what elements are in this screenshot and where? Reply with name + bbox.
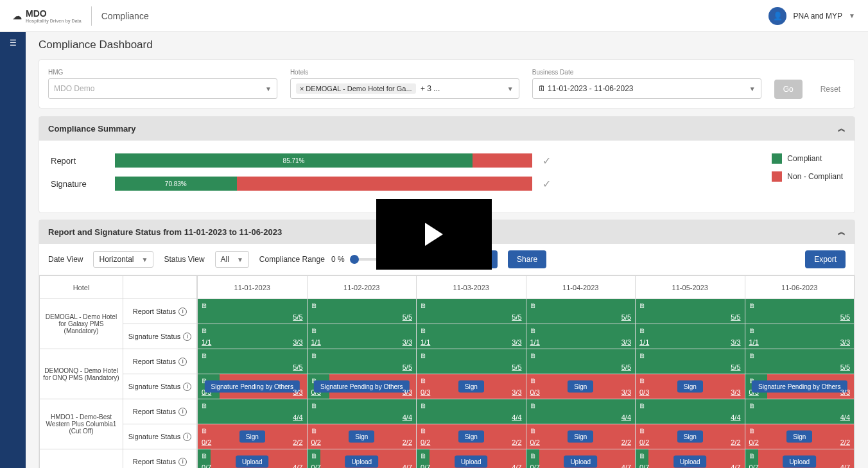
hotels-select[interactable]: × DEMOGAL - Demo Hotel for Ga... + 3 ...… [290, 78, 519, 99]
cell-count[interactable]: 3/3 [293, 338, 302, 346]
status-cell[interactable]: 🗎1/13/3 [417, 324, 526, 349]
left-count[interactable]: 0/2 [202, 438, 211, 446]
status-cell[interactable]: 🗎1/13/3 [636, 324, 745, 349]
left-count[interactable]: 0/7 [639, 464, 649, 468]
status-cell[interactable]: 🗎0/2Sign2/2 [198, 424, 307, 449]
info-icon[interactable]: i [183, 333, 191, 341]
status-cell[interactable]: 🗎5/5 [745, 299, 855, 324]
cell-count[interactable]: 5/5 [621, 313, 631, 321]
cell-count[interactable]: 4/4 [293, 413, 302, 421]
cell-count[interactable]: 5/5 [293, 313, 302, 321]
status-cell[interactable]: 🗎5/5 [198, 299, 307, 324]
cell-count[interactable]: 5/5 [840, 363, 850, 371]
status-cell[interactable]: 🗎4/4 [198, 399, 307, 424]
cell-count[interactable]: 5/5 [403, 313, 412, 321]
cell-count[interactable]: 5/5 [731, 313, 740, 321]
hmg-select[interactable]: MDO Demo ▼ [48, 78, 277, 99]
reset-link[interactable]: Reset [815, 80, 846, 99]
cell-count[interactable]: 4/4 [512, 413, 521, 421]
cell-count[interactable]: 3/3 [621, 338, 631, 346]
status-cell[interactable]: 🗎0/2Sign2/2 [526, 424, 636, 449]
cell-count[interactable]: 4/4 [731, 413, 740, 421]
dateview-select[interactable]: Horizontal▼ [93, 251, 153, 268]
cell-count[interactable]: 4/7 [621, 464, 631, 468]
cell-count[interactable]: 2/2 [512, 438, 521, 446]
status-cell[interactable]: 🗎5/5 [526, 349, 636, 374]
info-icon[interactable]: i [183, 433, 191, 441]
cell-count[interactable]: 4/4 [621, 413, 631, 421]
status-cell[interactable]: 🗎0/7Upload4/7 [417, 449, 526, 468]
status-cell[interactable]: 🗎0/3Sign3/3 [526, 374, 636, 399]
status-cell[interactable]: 🗎1/13/3 [526, 324, 636, 349]
cell-action-button[interactable]: Sign [677, 381, 703, 393]
left-count[interactable]: 0/2 [639, 438, 649, 446]
status-cell[interactable]: 🗎5/5 [636, 349, 745, 374]
cell-count[interactable]: 3/3 [403, 388, 412, 396]
left-count[interactable]: 1/1 [421, 338, 430, 346]
cell-action-button[interactable]: Signature Pending by Others [205, 381, 300, 393]
cell-action-button[interactable]: Sign [786, 431, 812, 443]
go-button[interactable]: Go [774, 80, 803, 99]
status-cell[interactable]: 🗎0/3Signature Pending by Others3/3 [745, 374, 855, 399]
left-count[interactable]: 0/7 [749, 464, 759, 468]
status-cell[interactable]: 🗎4/4 [308, 399, 417, 424]
cell-count[interactable]: 5/5 [512, 313, 521, 321]
cell-count[interactable]: 5/5 [293, 363, 302, 371]
summary-bar[interactable]: 70.83% [115, 177, 532, 191]
left-count[interactable]: 0/2 [749, 438, 759, 446]
left-count[interactable]: 1/1 [639, 338, 649, 346]
left-count[interactable]: 1/1 [530, 338, 540, 346]
left-count[interactable]: 0/7 [202, 464, 211, 468]
status-cell[interactable]: 🗎5/5 [745, 349, 855, 374]
status-cell[interactable]: 🗎5/5 [198, 349, 307, 374]
left-count[interactable]: 1/1 [311, 338, 321, 346]
status-cell[interactable]: 🗎5/5 [526, 299, 636, 324]
status-cell[interactable]: 🗎4/4 [636, 399, 745, 424]
summary-bar[interactable]: 85.71% [115, 153, 532, 168]
status-cell[interactable]: 🗎4/4 [745, 399, 855, 424]
cell-action-button[interactable]: Sign [458, 431, 484, 443]
video-play-overlay[interactable] [376, 199, 492, 270]
cell-count[interactable]: 2/2 [731, 438, 740, 446]
cell-count[interactable]: 3/3 [840, 338, 850, 346]
cell-count[interactable]: 3/3 [403, 338, 412, 346]
cell-count[interactable]: 4/7 [731, 464, 740, 468]
cell-action-button[interactable]: Sign [349, 431, 374, 443]
left-count[interactable]: 0/3 [421, 388, 430, 396]
info-icon[interactable]: i [178, 358, 187, 366]
left-count[interactable]: 0/2 [311, 438, 321, 446]
cell-count[interactable]: 5/5 [403, 363, 412, 371]
status-cell[interactable]: 🗎0/7Upload4/7 [745, 449, 855, 468]
status-cell[interactable]: 🗎0/3Sign3/3 [417, 374, 526, 399]
status-cell[interactable]: 🗎5/5 [636, 299, 745, 324]
status-cell[interactable]: 🗎0/7Upload4/7 [308, 449, 417, 468]
cell-count[interactable]: 5/5 [731, 363, 740, 371]
statusview-select[interactable]: All▼ [215, 251, 249, 268]
left-count[interactable]: 0/2 [530, 438, 540, 446]
cell-action-button[interactable]: Upload [564, 456, 597, 468]
status-cell[interactable]: 🗎0/7Upload4/7 [526, 449, 636, 468]
left-count[interactable]: 0/7 [421, 464, 430, 468]
cell-action-button[interactable]: Sign [458, 381, 484, 393]
status-cell[interactable]: 🗎0/2Sign2/2 [745, 424, 855, 449]
left-count[interactable]: 0/7 [530, 464, 540, 468]
logo[interactable]: ☁︎ MDO Hospitality Driven by Data [13, 8, 82, 23]
info-icon[interactable]: i [183, 383, 191, 391]
status-cell[interactable]: 🗎0/7Upload4/7 [636, 449, 745, 468]
status-cell[interactable]: 🗎0/3Signature Pending by Others3/3 [198, 374, 307, 399]
breadcrumb[interactable]: Compliance [101, 11, 149, 21]
collapse-icon[interactable]: ︽ [838, 123, 846, 134]
status-cell[interactable]: 🗎0/7Upload4/7 [198, 449, 307, 468]
cell-count[interactable]: 3/3 [621, 388, 631, 396]
cell-count[interactable]: 3/3 [840, 388, 850, 396]
cell-action-button[interactable]: Signature Pending by Others [314, 381, 409, 393]
info-icon[interactable]: i [178, 458, 187, 466]
cell-count[interactable]: 2/2 [840, 438, 850, 446]
cell-count[interactable]: 4/7 [512, 464, 521, 468]
status-cell[interactable]: 🗎4/4 [526, 399, 636, 424]
left-count[interactable]: 1/1 [749, 338, 759, 346]
hotel-chip[interactable]: × DEMOGAL - Demo Hotel for Ga... [296, 83, 416, 94]
cell-count[interactable]: 4/7 [293, 464, 302, 468]
cell-count[interactable]: 5/5 [621, 363, 631, 371]
cell-count[interactable]: 4/7 [840, 464, 850, 468]
